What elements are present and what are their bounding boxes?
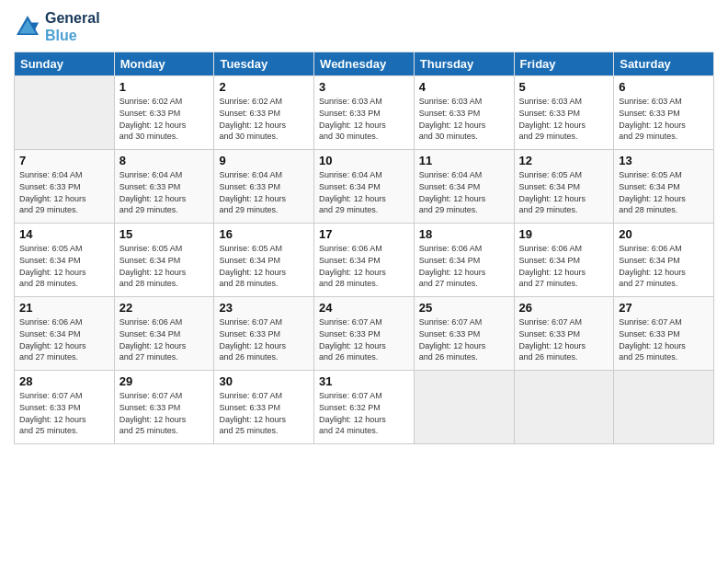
- day-number: 13: [619, 154, 709, 167]
- calendar-cell: 17Sunrise: 6:06 AM Sunset: 6:34 PM Dayli…: [314, 224, 415, 297]
- calendar-cell: 21Sunrise: 6:06 AM Sunset: 6:34 PM Dayli…: [15, 297, 115, 371]
- day-info: Sunrise: 6:05 AM Sunset: 6:34 PM Dayligh…: [519, 169, 609, 215]
- weekday-header-cell: Tuesday: [214, 52, 314, 76]
- weekday-header-cell: Friday: [514, 52, 614, 76]
- day-number: 2: [219, 80, 309, 94]
- day-info: Sunrise: 6:07 AM Sunset: 6:33 PM Dayligh…: [219, 390, 309, 436]
- day-number: 27: [619, 301, 709, 315]
- logo: General Blue: [14, 9, 100, 44]
- calendar-week-row: 14Sunrise: 6:05 AM Sunset: 6:34 PM Dayli…: [15, 224, 714, 297]
- calendar-cell: [514, 371, 614, 444]
- calendar-cell: 2Sunrise: 6:02 AM Sunset: 6:33 PM Daylig…: [214, 76, 314, 150]
- day-number: 7: [19, 154, 109, 167]
- day-number: 1: [119, 80, 210, 94]
- day-info: Sunrise: 6:06 AM Sunset: 6:34 PM Dayligh…: [119, 316, 210, 362]
- calendar-cell: [414, 371, 514, 444]
- day-number: 25: [419, 301, 509, 315]
- day-info: Sunrise: 6:04 AM Sunset: 6:33 PM Dayligh…: [219, 169, 309, 215]
- calendar-cell: 5Sunrise: 6:03 AM Sunset: 6:33 PM Daylig…: [514, 76, 614, 150]
- day-number: 15: [119, 227, 210, 241]
- calendar-cell: 4Sunrise: 6:03 AM Sunset: 6:33 PM Daylig…: [414, 76, 514, 150]
- day-number: 24: [319, 301, 409, 315]
- calendar-cell: 29Sunrise: 6:07 AM Sunset: 6:33 PM Dayli…: [114, 371, 214, 444]
- day-info: Sunrise: 6:06 AM Sunset: 6:34 PM Dayligh…: [419, 243, 509, 289]
- day-number: 19: [519, 227, 609, 241]
- day-info: Sunrise: 6:06 AM Sunset: 6:34 PM Dayligh…: [319, 243, 409, 289]
- calendar-cell: 27Sunrise: 6:07 AM Sunset: 6:33 PM Dayli…: [614, 297, 714, 371]
- calendar-cell: 19Sunrise: 6:06 AM Sunset: 6:34 PM Dayli…: [514, 224, 614, 297]
- day-info: Sunrise: 6:03 AM Sunset: 6:33 PM Dayligh…: [419, 96, 509, 142]
- day-info: Sunrise: 6:07 AM Sunset: 6:33 PM Dayligh…: [319, 316, 409, 362]
- day-number: 3: [319, 80, 409, 94]
- day-number: 18: [419, 227, 509, 241]
- calendar-cell: 3Sunrise: 6:03 AM Sunset: 6:33 PM Daylig…: [314, 76, 415, 150]
- weekday-header-cell: Thursday: [414, 52, 514, 76]
- day-number: 22: [119, 301, 210, 315]
- calendar-cell: 12Sunrise: 6:05 AM Sunset: 6:34 PM Dayli…: [514, 150, 614, 224]
- calendar-cell: 18Sunrise: 6:06 AM Sunset: 6:34 PM Dayli…: [414, 224, 514, 297]
- calendar-cell: 24Sunrise: 6:07 AM Sunset: 6:33 PM Dayli…: [314, 297, 415, 371]
- calendar-cell: 14Sunrise: 6:05 AM Sunset: 6:34 PM Dayli…: [15, 224, 115, 297]
- day-number: 5: [519, 80, 609, 94]
- calendar-cell: 11Sunrise: 6:04 AM Sunset: 6:34 PM Dayli…: [414, 150, 514, 224]
- logo-text: General Blue: [45, 9, 100, 44]
- day-number: 12: [519, 154, 609, 167]
- calendar-cell: [15, 76, 115, 150]
- day-number: 31: [319, 374, 409, 388]
- day-number: 4: [419, 80, 509, 94]
- calendar-cell: 23Sunrise: 6:07 AM Sunset: 6:33 PM Dayli…: [214, 297, 314, 371]
- calendar-cell: 15Sunrise: 6:05 AM Sunset: 6:34 PM Dayli…: [114, 224, 214, 297]
- day-info: Sunrise: 6:07 AM Sunset: 6:32 PM Dayligh…: [319, 390, 409, 436]
- day-info: Sunrise: 6:07 AM Sunset: 6:33 PM Dayligh…: [619, 316, 709, 362]
- calendar-cell: 25Sunrise: 6:07 AM Sunset: 6:33 PM Dayli…: [414, 297, 514, 371]
- calendar-cell: 1Sunrise: 6:02 AM Sunset: 6:33 PM Daylig…: [114, 76, 214, 150]
- day-number: 10: [319, 154, 409, 167]
- day-number: 8: [119, 154, 210, 167]
- day-number: 21: [19, 301, 109, 315]
- calendar-week-row: 28Sunrise: 6:07 AM Sunset: 6:33 PM Dayli…: [15, 371, 714, 444]
- day-info: Sunrise: 6:07 AM Sunset: 6:33 PM Dayligh…: [219, 316, 309, 362]
- calendar-cell: 6Sunrise: 6:03 AM Sunset: 6:33 PM Daylig…: [614, 76, 714, 150]
- calendar-cell: 10Sunrise: 6:04 AM Sunset: 6:34 PM Dayli…: [314, 150, 415, 224]
- calendar-cell: 31Sunrise: 6:07 AM Sunset: 6:32 PM Dayli…: [314, 371, 415, 444]
- day-number: 30: [219, 374, 309, 388]
- page-container: General Blue SundayMondayTuesdayWednesda…: [0, 0, 728, 454]
- calendar-table: SundayMondayTuesdayWednesdayThursdayFrid…: [14, 52, 714, 444]
- calendar-cell: 20Sunrise: 6:06 AM Sunset: 6:34 PM Dayli…: [614, 224, 714, 297]
- day-info: Sunrise: 6:04 AM Sunset: 6:34 PM Dayligh…: [419, 169, 509, 215]
- logo-icon: [14, 13, 41, 40]
- calendar-cell: 13Sunrise: 6:05 AM Sunset: 6:34 PM Dayli…: [614, 150, 714, 224]
- calendar-cell: 30Sunrise: 6:07 AM Sunset: 6:33 PM Dayli…: [214, 371, 314, 444]
- day-info: Sunrise: 6:03 AM Sunset: 6:33 PM Dayligh…: [319, 96, 409, 142]
- weekday-header-cell: Monday: [114, 52, 214, 76]
- calendar-body: 1Sunrise: 6:02 AM Sunset: 6:33 PM Daylig…: [15, 76, 714, 444]
- calendar-cell: 16Sunrise: 6:05 AM Sunset: 6:34 PM Dayli…: [214, 224, 314, 297]
- day-info: Sunrise: 6:03 AM Sunset: 6:33 PM Dayligh…: [519, 96, 609, 142]
- day-info: Sunrise: 6:07 AM Sunset: 6:33 PM Dayligh…: [19, 390, 109, 436]
- day-info: Sunrise: 6:06 AM Sunset: 6:34 PM Dayligh…: [619, 243, 709, 289]
- day-number: 20: [619, 227, 709, 241]
- day-info: Sunrise: 6:07 AM Sunset: 6:33 PM Dayligh…: [519, 316, 609, 362]
- day-info: Sunrise: 6:05 AM Sunset: 6:34 PM Dayligh…: [19, 243, 109, 289]
- calendar-cell: [614, 371, 714, 444]
- weekday-header-cell: Saturday: [614, 52, 714, 76]
- day-info: Sunrise: 6:05 AM Sunset: 6:34 PM Dayligh…: [619, 169, 709, 215]
- calendar-week-row: 1Sunrise: 6:02 AM Sunset: 6:33 PM Daylig…: [15, 76, 714, 150]
- day-number: 29: [119, 374, 210, 388]
- day-number: 26: [519, 301, 609, 315]
- calendar-cell: 28Sunrise: 6:07 AM Sunset: 6:33 PM Dayli…: [15, 371, 115, 444]
- day-info: Sunrise: 6:04 AM Sunset: 6:33 PM Dayligh…: [19, 169, 109, 215]
- calendar-cell: 22Sunrise: 6:06 AM Sunset: 6:34 PM Dayli…: [114, 297, 214, 371]
- calendar-cell: 9Sunrise: 6:04 AM Sunset: 6:33 PM Daylig…: [214, 150, 314, 224]
- day-info: Sunrise: 6:05 AM Sunset: 6:34 PM Dayligh…: [119, 243, 210, 289]
- day-number: 23: [219, 301, 309, 315]
- day-info: Sunrise: 6:04 AM Sunset: 6:34 PM Dayligh…: [319, 169, 409, 215]
- day-info: Sunrise: 6:04 AM Sunset: 6:33 PM Dayligh…: [119, 169, 210, 215]
- calendar-cell: 7Sunrise: 6:04 AM Sunset: 6:33 PM Daylig…: [15, 150, 115, 224]
- weekday-header-cell: Sunday: [15, 52, 115, 76]
- day-number: 17: [319, 227, 409, 241]
- day-number: 11: [419, 154, 509, 167]
- calendar-cell: 26Sunrise: 6:07 AM Sunset: 6:33 PM Dayli…: [514, 297, 614, 371]
- day-number: 16: [219, 227, 309, 241]
- day-number: 14: [19, 227, 109, 241]
